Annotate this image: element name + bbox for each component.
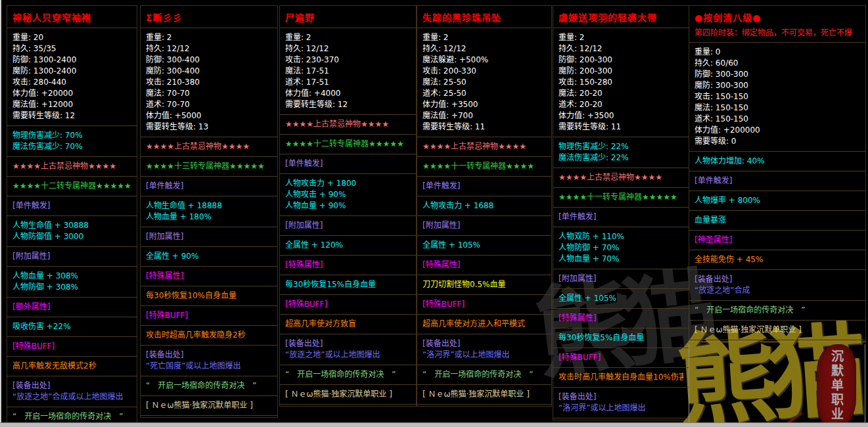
tooltip-line: 魔法: 70-70 [146,88,272,99]
tooltip-line: [ Ｎｅω熊猫·独家沉默单职业 ] [423,389,546,400]
tooltip-line: 人物攻击力 + 1688 [423,200,546,212]
tooltip-line: 防御: 200-300 [559,55,683,66]
tooltip-line: 人物体力增加: 40% [695,156,860,167]
tooltip-line: ★★★★十二转专属神器★★★★★ [285,139,411,150]
tooltip-section: [特殊BUFF] [417,295,551,314]
tooltip-line: [特殊属性] [146,271,272,282]
tooltip-section: [附加属性] [417,216,551,235]
tooltip-section: [特殊BUFF] [7,337,137,356]
tooltip-section: [装备出处]“洛河界”或以上地图爆出 [417,334,551,365]
tooltip-line: ★★★★上古禁忌神物★★★★ [12,161,131,172]
tooltip-line: 人物血量 + 180% [146,212,272,223]
tooltip-section: 人物生命值 + 18888人物血量 + 180% [141,196,277,227]
tooltip-line: 魔法: 20-20 [559,88,683,99]
tooltip-frame-line-left [689,344,689,422]
tooltip-line: [装备出处] [559,392,683,403]
tooltip-section: [特殊BUFF] [141,306,277,325]
tooltip-line: “ 开启一场宿命的传奇对决 ” [695,305,860,316]
tooltip-section: ★★★★上古禁忌神物★★★★ [7,157,137,176]
item-title: 虞姬送项羽的轻裘大带 [553,6,689,28]
tooltip-section: ★★★★十二转专属神器★★★★★ [7,177,137,196]
tooltip-line: [特殊属性] [559,313,683,324]
tooltip-line: 魔防: 200-300 [559,66,683,77]
tooltip-line: 攻击: 280-440 [12,77,131,88]
tooltip-line: 持久: 12/12 [285,43,411,55]
tooltip-line: 防御: 300-400 [146,55,272,66]
tooltip-line: [特殊BUFF] [423,299,546,310]
tooltip-line: 道术: 150-150 [695,114,860,125]
tooltip-line: 人物防御 + 308% [12,282,131,293]
tooltip-section: “ 开启一场宿命的传奇对决 ” [280,365,416,384]
tooltip-section: [单件触发] [280,154,416,173]
tooltip-line: 防御: 300-300 [695,69,860,80]
tooltip-line: 人物血量 + 308% [12,271,131,282]
tooltip-line: [附加属性] [146,231,272,242]
tooltip-line: 攻击时高几率触发自身血量10%伤害 [559,372,683,383]
tooltip-section: ★★★★十一转专属神器★★★★ [417,157,551,176]
tooltip-line: 全属性 + 105% [423,240,546,251]
window-left-edge [0,0,1,427]
tooltip-line: [特殊属性] [423,259,546,271]
tooltip-line: 全属性 + 105% [559,293,683,304]
tooltip-line: 道术: 20-20 [559,99,683,110]
tooltip-line: 体力值: +4000 [285,88,411,99]
tooltip-section: [特殊BUFF] [280,295,416,314]
tooltip-line: 每30秒恢复10%自身血量 [146,290,272,302]
tooltip-section: 重量: 2持久: 12/12防御: 300-400魔防: 300-400攻击: … [141,28,277,137]
tooltip-line: “放逐之地”合成 [695,285,860,296]
tooltip-line: [附加属性] [12,251,131,262]
tooltip-section: [特殊属性] [553,309,689,328]
tooltip-section: 每30秒恢复10%自身血量 [141,286,277,305]
tooltip-line: [特殊BUFF] [559,352,683,363]
tooltip-line: [装备出处] [695,274,860,285]
tooltip-line: [附加属性] [285,220,411,231]
game-item-tooltips-screen: 熊猫 熊猫 沉默单职业 神秘人只穿窄袖袍重量: 20持久: 35/35防御: 1… [0,0,868,427]
item-title: 失踪的黑珍珠吊坠 [417,6,551,28]
tooltip-line: 人物双防 + 110% [559,231,683,242]
tooltip-line: ★★★★十一转专属神器★★★★ [423,161,546,172]
tooltip-line: 重量: 20 [12,32,131,43]
tooltip-section: 攻击时高几率触发自身血量10%伤害 [553,368,689,387]
tooltip-line: “洛河界”或以上地图爆出 [559,403,683,414]
tooltip-line: 超高几率使对方致盲 [285,319,411,330]
tooltip-frame-line-right [865,344,865,422]
tooltip-section: [特殊属性] [417,256,551,275]
watermark-seal-text: 沉默单职业 [829,349,844,422]
tooltip-section: [特殊属性] [141,267,277,286]
tooltip-section: ★★★★上古禁忌神物★★★★ [417,137,551,156]
tooltip-line: 攻击: 200-330 [423,66,546,77]
tooltip-line: 体力值: +3500 [423,99,546,110]
tooltip-line: “ 开启一场宿命的传奇对决 ” [285,369,411,380]
tooltip-line: [特殊BUFF] [12,341,131,352]
tooltip-section: 重量: 2持久: 12/12攻击: 230-370魔法: 17-51道术: 17… [280,28,416,114]
tooltip-section: ★★★★上古禁忌神物★★★★ [141,137,277,156]
tooltip-section: [额外属性] [7,298,137,317]
tooltip-line: 体力值: +20000 [12,88,131,99]
tooltip-line: 人物防御 + 70% [559,242,683,254]
tooltip-section: 全属性 + 120% [280,236,416,255]
tooltip-section: 人物体力增加: 40% [689,152,865,171]
section-divider [141,415,277,416]
tooltip-line: 人物爆率 + 800% [695,195,860,206]
tooltip-line: 攻击时超高几率触发隐身2秒 [146,330,272,341]
tooltip-line: ★★★★上古禁忌神物★★★★ [285,119,411,130]
tooltip-section: 人物攻击力 + 1688 [417,196,551,215]
tooltip-section: ★★★★十一转专属神器★★★★★ [553,188,689,207]
tooltip-line: 防御: 1300-2400 [12,55,131,66]
tooltip-line: 人物生命值 + 18888 [146,200,272,212]
tooltip-section: 重量: 2持久: 12/12魔法躲避: +500%攻击: 200-330魔法: … [417,28,551,137]
tooltip-section: 全属性 + 105% [417,236,551,255]
tooltip-section: ★★★★上古禁忌神物★★★★ [553,168,689,187]
tooltip-line: [特殊BUFF] [146,310,272,321]
tooltip-line: “洛河界”或以上地图爆出 [423,349,546,361]
tooltip-line: 体力值: +3500 [559,110,683,122]
tooltip-line: 攻击: 150-280 [559,77,683,88]
item-tooltip-1: 神秘人只穿窄袖袍重量: 20持久: 35/35防御: 1300-2400魔防: … [7,5,137,427]
item-tooltip-4: 失踪的黑珍珠吊坠重量: 2持久: 12/12魔法躲避: +500%攻击: 200… [417,5,552,407]
tooltip-line: [ Ｎｅω熊猫·独家沉默单职业 ] [285,389,411,400]
tooltip-line: 需要转生等级: 12 [285,99,411,110]
tooltip-line: 道术: 25-50 [423,88,546,99]
tooltip-line: [单件触发] [285,158,411,169]
tooltip-line: 需要转生等级: 11 [559,122,683,133]
item-tooltip-3: 尸遍野重量: 2持久: 12/12攻击: 230-370魔法: 17-51道术:… [279,5,417,407]
